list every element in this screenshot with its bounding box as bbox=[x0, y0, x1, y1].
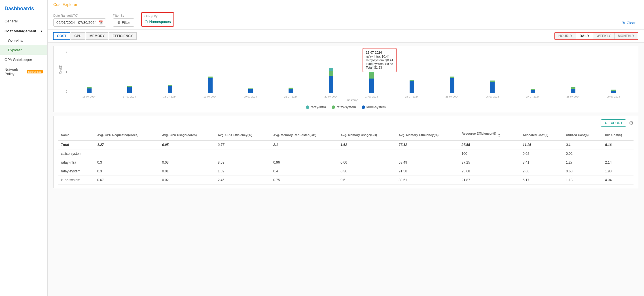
table-cell-col-1: 1.27 bbox=[94, 140, 159, 149]
x-axis-label: 23-07-2024 bbox=[351, 94, 391, 98]
bars-container bbox=[69, 51, 634, 93]
table-cell-col-4: — bbox=[270, 149, 338, 158]
tab-hourly[interactable]: HOURLY bbox=[555, 33, 576, 39]
main-content: Cost Explorer Date Range(UTC) 05/01/2024… bbox=[48, 0, 644, 296]
table-cell-col-7: 21.87 bbox=[459, 176, 520, 185]
bar-group[interactable] bbox=[230, 88, 271, 93]
settings-icon-button[interactable]: ⚙ bbox=[629, 120, 634, 126]
table-cell-col-8: 0.02 bbox=[520, 149, 563, 158]
table-area: ⬇ EXPORT ⚙ Name Avg. CPU Requested(cores… bbox=[53, 116, 638, 188]
bar-group[interactable] bbox=[553, 87, 593, 93]
table-row: kube-system0.670.022.450.750.680.5121.87… bbox=[58, 176, 634, 185]
table-cell-col-6: 91.58 bbox=[396, 167, 459, 176]
col-res-eff[interactable]: Resource Efficiency(%) ▲▼ bbox=[459, 130, 520, 140]
table-cell-col-5: 0.36 bbox=[338, 167, 396, 176]
tab-cost[interactable]: COST bbox=[53, 32, 70, 40]
filter-icon: ⚙ bbox=[117, 20, 120, 25]
tab-daily[interactable]: DAILY bbox=[576, 33, 593, 39]
col-mem-use[interactable]: Avg. Memory Usage(GB) bbox=[338, 130, 396, 140]
x-axis-label: 17-07-2024 bbox=[109, 94, 149, 98]
col-mem-eff[interactable]: Avg. Memory Efficiency(%) bbox=[396, 130, 459, 140]
bar-group[interactable] bbox=[271, 88, 311, 93]
table-cell-col-6: 68.49 bbox=[396, 158, 459, 167]
bar-group[interactable] bbox=[512, 89, 553, 93]
filter-button[interactable]: ⚙ Filter bbox=[113, 18, 134, 27]
sort-icons: ▲▼ bbox=[498, 133, 500, 138]
chart-legend: rafay-infra rafay-system kube-system bbox=[58, 104, 634, 109]
table-cell-col-6: 77.12 bbox=[396, 140, 459, 149]
tab-efficiency[interactable]: EFFICIENCY bbox=[109, 32, 136, 40]
legend-kube-system: kube-system bbox=[362, 105, 386, 109]
date-range-value: 05/01/2024 - 07/30/2024 bbox=[56, 20, 97, 25]
table-toolbar: ⬇ EXPORT ⚙ bbox=[58, 119, 634, 127]
sidebar-sub-item-explorer[interactable]: Explorer bbox=[0, 45, 47, 55]
table-body: Total1.270.053.772.11.6277.1227.5511.263… bbox=[58, 140, 634, 185]
bar-group[interactable] bbox=[432, 77, 472, 93]
bar-kube-system bbox=[329, 76, 333, 93]
clear-button[interactable]: ↻ Clear bbox=[619, 19, 638, 27]
tooltip-line-0: rafay-infra: $0.44 bbox=[366, 55, 393, 58]
legend-rafay-infra: rafay-infra bbox=[306, 105, 326, 109]
legend-dot-rafay-system bbox=[332, 105, 335, 109]
bar-group[interactable] bbox=[311, 68, 351, 93]
bar-group[interactable] bbox=[593, 90, 634, 93]
namespace-icon: ⬡ bbox=[145, 20, 148, 24]
col-mem-req[interactable]: Avg. Memory Requested(GB) bbox=[270, 130, 338, 140]
bar-rafay-infra bbox=[329, 68, 333, 71]
deprecated-badge: Deprecated bbox=[27, 70, 43, 73]
bar-group[interactable] bbox=[150, 85, 190, 93]
sidebar-item-general[interactable]: General bbox=[0, 16, 47, 26]
bar-group[interactable] bbox=[109, 86, 150, 93]
legend-rafay-system: rafay-system bbox=[332, 105, 356, 109]
bar-kube-system bbox=[127, 87, 132, 93]
sidebar-sub-item-overview[interactable]: Overview bbox=[0, 36, 47, 45]
date-range-button[interactable]: 05/01/2024 - 07/30/2024 📅 bbox=[53, 18, 106, 27]
tabs-row: COST CPU MEMORY EFFICIENCY HOURLY DAILY … bbox=[48, 30, 644, 43]
table-cell-col-9: 1.27 bbox=[563, 158, 602, 167]
bar-group[interactable] bbox=[472, 81, 512, 93]
table-header: Name Avg. CPU Requested(cores) Avg. CPU … bbox=[58, 130, 634, 140]
col-util[interactable]: Utilized Cost($) bbox=[563, 130, 602, 140]
group-by-label: Group By bbox=[145, 14, 171, 18]
sidebar-item-cost-management[interactable]: Cost Management ▲ bbox=[0, 26, 47, 36]
sidebar-item-opa-gatekeeper[interactable]: OPA Gatekeeper bbox=[0, 55, 47, 65]
calendar-icon: 📅 bbox=[98, 20, 103, 25]
legend-dot-kube-system bbox=[362, 105, 365, 109]
bar-kube-system bbox=[87, 88, 92, 93]
table-cell-col-2: 0.02 bbox=[159, 176, 215, 185]
namespaces-button[interactable]: ⬡ Namespaces bbox=[145, 19, 171, 24]
tab-memory[interactable]: MEMORY bbox=[86, 32, 109, 40]
table-cell-col-7: 37.25 bbox=[459, 158, 520, 167]
tooltip-line-1: rafay-system: $0.41 bbox=[366, 58, 393, 62]
x-axis-label: 16-07-2024 bbox=[69, 94, 109, 98]
chart-container: Cost($) 0 1 2 23-07-2024 rafay-infra: $0… bbox=[58, 51, 634, 107]
table-cell-col-7: 27.55 bbox=[459, 140, 520, 149]
table-row: rafay-system0.30.011.890.40.3691.5825.68… bbox=[58, 167, 634, 176]
bar-group[interactable] bbox=[69, 87, 109, 93]
col-alloc[interactable]: Allocated Cost($) bbox=[520, 130, 563, 140]
sidebar-item-network-policy[interactable]: Network Policy Deprecated bbox=[0, 65, 47, 79]
table-cell-col-10: 2.14 bbox=[602, 158, 634, 167]
x-axis-label: 24-07-2024 bbox=[391, 94, 432, 98]
col-cpu-eff[interactable]: Avg. CPU Efficiency(%) bbox=[215, 130, 270, 140]
export-button[interactable]: ⬇ EXPORT bbox=[601, 119, 626, 127]
bar-kube-system bbox=[168, 86, 172, 93]
table-cell-col-1: — bbox=[94, 149, 159, 158]
bar-group[interactable] bbox=[190, 77, 230, 93]
x-axis-label: 21-07-2024 bbox=[270, 94, 311, 98]
x-axis-title: Timestamp bbox=[69, 99, 634, 102]
x-axis-label: 22-07-2024 bbox=[311, 94, 351, 98]
table-cell-col-10: 8.16 bbox=[602, 140, 634, 149]
col-cpu-req[interactable]: Avg. CPU Requested(cores) bbox=[94, 130, 159, 140]
legend-label-rafay-infra: rafay-infra bbox=[311, 105, 326, 109]
col-idle[interactable]: Idle Cost($) bbox=[602, 130, 634, 140]
bar-group[interactable] bbox=[392, 80, 432, 93]
table-cell-col-6: — bbox=[396, 149, 459, 158]
tab-cpu[interactable]: CPU bbox=[71, 32, 85, 40]
tab-weekly[interactable]: WEEKLY bbox=[593, 33, 615, 39]
x-axis-labels: 16-07-202417-07-202418-07-202419-07-2024… bbox=[69, 94, 634, 98]
tab-monthly[interactable]: MONTHLY bbox=[615, 33, 638, 39]
x-axis-label: 27-07-2024 bbox=[512, 94, 553, 98]
table-row: calico-system——————1000.020.02— bbox=[58, 149, 634, 158]
col-cpu-use[interactable]: Avg. CPU Usage(cores) bbox=[159, 130, 215, 140]
